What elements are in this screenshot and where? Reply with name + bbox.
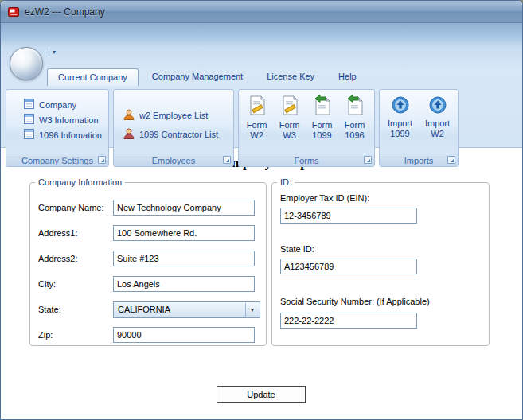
button-label-line2: W2	[250, 130, 263, 141]
ssn-input[interactable]	[280, 313, 417, 329]
city-label: City:	[38, 279, 56, 289]
button-label-line2: 1099	[312, 130, 331, 141]
employee-person-icon	[123, 109, 135, 122]
state-select-value: CALIFORNIA	[118, 305, 170, 314]
import-arrow-icon	[391, 95, 410, 119]
group-caption-imports: Imports	[380, 154, 458, 166]
company-information-groupbox: Company Information Company Name: Addres…	[29, 177, 267, 346]
group-caption-label: Forms	[294, 156, 318, 165]
ribbon-groups: Company W3 Information 1096 Infomation	[6, 89, 459, 167]
company-name-label: Company Name:	[38, 203, 104, 212]
chevron-down-icon[interactable]: ▾	[53, 49, 56, 56]
form-page-arrow-icon	[345, 95, 365, 120]
form-w2-button[interactable]: Form W2	[240, 93, 273, 141]
button-label-line1: Form	[312, 120, 333, 130]
quick-access-toolbar[interactable]: ▾	[49, 49, 56, 56]
dialog-launcher-icon[interactable]	[447, 156, 455, 164]
ssn-label: Social Security Number: (If Applicable)	[280, 297, 430, 306]
sidebar-item-company[interactable]: Company	[6, 97, 108, 112]
button-label-line2: 1099	[390, 129, 409, 139]
tab-help[interactable]: Help	[328, 68, 367, 86]
button-label-line1: Form	[279, 120, 300, 130]
import-1099-button[interactable]: Import 1099	[381, 93, 419, 139]
1099-contractor-list-button[interactable]: 1099 Contractor List	[114, 125, 233, 144]
sidebar-item-label: 1096 Infomation	[39, 130, 102, 140]
group-caption-forms: Forms	[239, 154, 374, 166]
update-button[interactable]: Update	[217, 386, 306, 403]
group-employees: w2 Employee List 1099 Contractor List Em…	[113, 89, 234, 167]
state-id-label: State ID:	[280, 244, 314, 254]
group-caption-company-settings: Company Settings	[6, 154, 108, 166]
button-label: w2 Employee List	[139, 111, 208, 120]
company-setup-panel: Company Setup Company Information Compan…	[1, 149, 522, 419]
sidebar-item-label: W3 Information	[39, 115, 99, 125]
ein-label: Employer Tax ID (EIN):	[280, 193, 369, 203]
state-label: State:	[38, 305, 61, 314]
zip-input[interactable]	[113, 327, 255, 343]
w3-doc-icon	[24, 114, 34, 126]
sidebar-item-1096-information[interactable]: 1096 Infomation	[6, 127, 108, 142]
button-label-line1: Import	[425, 119, 450, 129]
state-select[interactable]: CALIFORNIA ▼	[113, 301, 260, 318]
group-caption-employees: Employees	[114, 154, 233, 166]
w2-employee-list-button[interactable]: w2 Employee List	[114, 106, 233, 125]
group-company-settings: Company W3 Information 1096 Infomation	[6, 89, 109, 167]
state-id-input[interactable]	[280, 259, 417, 274]
address1-label: Address1:	[38, 228, 78, 238]
button-label-line1: Form	[345, 120, 365, 130]
button-label-line1: Form	[247, 120, 267, 130]
id-legend: ID:	[277, 177, 295, 187]
group-caption-label: Company Settings	[21, 156, 93, 165]
qat-separator	[49, 49, 49, 56]
form-1096-button[interactable]: Form 1096	[338, 93, 371, 141]
form-w3-button[interactable]: Form W3	[273, 93, 306, 141]
address2-label: Address2:	[38, 254, 78, 263]
1096-doc-icon	[24, 129, 34, 141]
zip-label: Zip:	[38, 330, 53, 340]
sidebar-item-label: Company	[39, 100, 76, 110]
button-label-line2: W3	[283, 130, 296, 141]
contractor-person-icon	[123, 128, 135, 141]
form-page-pencil-icon	[279, 95, 300, 120]
tab-license-key[interactable]: License Key	[256, 68, 325, 86]
ribbon-tab-strip: Current Company Company Management Licen…	[47, 68, 367, 86]
group-caption-label: Employees	[152, 156, 195, 165]
id-groupbox: ID: Employer Tax ID (EIN): State ID: Soc…	[271, 177, 490, 346]
application-window: ezW2 --- Company ▾ Current Company Compa…	[0, 0, 523, 420]
button-label-line2: 1096	[345, 130, 364, 141]
company-doc-icon	[24, 99, 34, 111]
form-page-pencil-icon	[247, 95, 267, 120]
app-icon	[8, 6, 19, 18]
dialog-launcher-icon[interactable]	[98, 156, 106, 164]
import-w2-button[interactable]: Import W2	[419, 93, 456, 139]
company-information-legend: Company Information	[35, 177, 125, 187]
sidebar-item-w3-information[interactable]: W3 Information	[6, 112, 108, 127]
dialog-launcher-icon[interactable]	[364, 156, 372, 164]
window-title: ezW2 --- Company	[25, 6, 105, 18]
form-1099-button[interactable]: Form 1099	[306, 93, 338, 141]
ribbon: ▾ Current Company Company Management Lic…	[1, 23, 522, 148]
group-imports: Import 1099 Import W2 Imports	[379, 89, 459, 167]
title-bar: ezW2 --- Company	[1, 1, 522, 23]
dialog-launcher-icon[interactable]	[223, 156, 231, 164]
tab-company-management[interactable]: Company Management	[142, 68, 253, 86]
button-label-line1: Import	[388, 119, 412, 129]
address2-input[interactable]	[113, 251, 255, 266]
group-caption-label: Imports	[404, 156, 434, 165]
import-arrow-icon	[428, 95, 447, 119]
tab-current-company[interactable]: Current Company	[47, 68, 139, 86]
button-label: 1099 Contractor List	[139, 130, 218, 139]
company-name-input[interactable]	[113, 200, 255, 216]
city-input[interactable]	[113, 276, 255, 292]
ein-input[interactable]	[280, 208, 417, 224]
button-label-line2: W2	[431, 129, 444, 139]
group-forms: Form W2 Form W3 Form	[238, 89, 375, 167]
form-page-arrow-icon	[312, 95, 333, 120]
address1-input[interactable]	[113, 225, 255, 241]
chevron-down-icon[interactable]: ▼	[245, 303, 259, 317]
application-orb-button[interactable]	[10, 47, 43, 80]
